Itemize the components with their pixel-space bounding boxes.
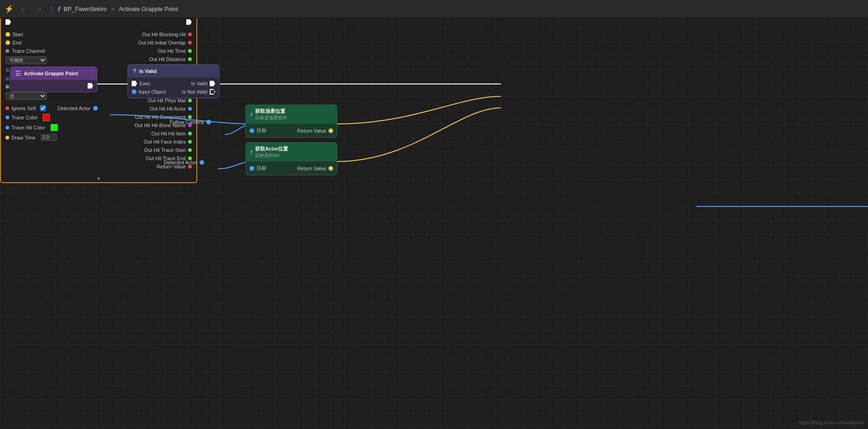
- isvalid-exec-in-pin[interactable]: [132, 81, 137, 86]
- getactor-icon: f: [250, 150, 252, 155]
- ignore-self-checkbox[interactable]: [40, 105, 46, 111]
- draw-time-pin: [6, 136, 9, 139]
- trace-channel-dropdown-row: 可视性: [1, 55, 99, 66]
- ignore-self-pin: [6, 106, 9, 110]
- forward-button[interactable]: →: [33, 5, 45, 14]
- out-phys-mat-pin[interactable]: [188, 99, 192, 102]
- trace-divider-1: [1, 102, 99, 103]
- getscene-target-pin[interactable]: [250, 128, 254, 133]
- activate-grapple-node: ☰ Activate Grapple Point: [10, 67, 97, 92]
- trace-exec-in-pin[interactable]: [6, 19, 11, 25]
- getscene-subtitle: 目标是场景组件: [255, 115, 287, 121]
- out-time-label: Out Hit Time: [158, 48, 186, 54]
- trace-end-label: End: [12, 40, 22, 45]
- getactor-return-label: Return Value: [297, 166, 326, 171]
- out-hit-item-pin[interactable]: [188, 132, 192, 135]
- breadcrumb-separator: >: [111, 6, 115, 12]
- isvalid-title: Is Valid: [139, 68, 157, 74]
- trace-channel-label: Trace Channel: [12, 48, 45, 54]
- activate-node-header: ☰ Activate Grapple Point: [11, 67, 97, 80]
- followcam-pin[interactable]: [206, 120, 211, 124]
- draw-debug-select[interactable]: 无: [6, 92, 47, 100]
- breadcrumb: BP_PawnSekiro > Activate Grapple Point: [64, 6, 178, 12]
- isvalid-exec-in: Exec: [132, 81, 150, 86]
- trace-exec-out-pin[interactable]: [186, 19, 192, 25]
- out-face-index-label: Out Hit Face Index: [144, 139, 186, 145]
- trace-start-pin[interactable]: [6, 32, 10, 37]
- isvalid-input-left: Input Object: [132, 89, 166, 95]
- trace-end-row: End: [1, 39, 99, 47]
- trace-hitcolor-swatch[interactable]: [50, 124, 58, 131]
- out-initial-pin[interactable]: [188, 41, 192, 45]
- getactor-header: f 获取Actor位置 目标是Actor: [246, 143, 337, 162]
- out-distance-pin[interactable]: [188, 57, 192, 61]
- trace-end-pin[interactable]: [6, 40, 10, 45]
- out-hit-actor-row: Out Hit Hit Actor: [99, 105, 196, 113]
- trace-hitcolor-row: Trace Hit Color: [1, 123, 99, 133]
- isvalid-notvalid-label: Is Not Valid: [182, 89, 207, 95]
- getactor-return-pin[interactable]: [328, 166, 333, 171]
- isvalid-exec-label: Exec: [139, 81, 150, 86]
- separator-1: |: [50, 5, 52, 13]
- activate-node-body: [11, 80, 97, 92]
- out-face-index-pin[interactable]: [188, 140, 192, 144]
- getscene-return-pin[interactable]: [328, 128, 333, 133]
- isvalid-notvalid-pin[interactable]: [210, 89, 215, 95]
- getscene-title: 获取场景位置: [255, 108, 287, 115]
- trace-hitcolor-pin: [6, 126, 9, 129]
- out-hit-component-pin[interactable]: [188, 115, 192, 119]
- out-blocking-label: Out Hit Blocking Hit: [142, 32, 186, 37]
- breadcrumb-root[interactable]: BP_PawnSekiro: [64, 6, 107, 12]
- is-valid-node: ? Is Valid Exec Is Valid Input Object: [128, 64, 219, 98]
- isvalid-isvalid-label: Is Valid: [191, 81, 207, 86]
- detected-bottom-pin[interactable]: [200, 160, 204, 165]
- isvalid-body: Exec Is Valid Input Object Is Not Valid: [128, 78, 219, 98]
- isvalid-isvalid-out: Is Valid: [191, 81, 215, 86]
- out-trace-start-row: Out Hit Trace Start: [99, 146, 196, 154]
- trace-scroll-arrow[interactable]: ▲: [1, 173, 196, 182]
- detected-top-pin[interactable]: [93, 106, 98, 111]
- getactor-target-pin[interactable]: [250, 166, 254, 171]
- getactor-pin-row: 目标 Return Value: [246, 163, 337, 173]
- detected-actor-top: Detected Actor: [57, 106, 98, 111]
- out-hit-actor-pin[interactable]: [188, 107, 192, 111]
- func-icon: f: [58, 6, 60, 13]
- out-time-row: Out Hit Time: [99, 47, 196, 55]
- out-blocking-pin[interactable]: [188, 33, 192, 36]
- out-return-pin[interactable]: [188, 165, 192, 168]
- toolbar-icon: ⚡: [5, 5, 14, 13]
- back-button[interactable]: ←: [17, 5, 29, 14]
- trace-channel-select[interactable]: 可视性: [6, 56, 47, 64]
- getscene-pin-row: 目标 Return Value: [246, 126, 337, 135]
- isvalid-isvalid-pin[interactable]: [210, 81, 215, 86]
- trace-body: Start End Trace Channel 可视性: [1, 28, 196, 173]
- actors-ignore-icon: ⊞: [6, 76, 9, 81]
- draw-debug-pin: [6, 85, 9, 89]
- trace-left-col: Start End Trace Channel 可视性: [1, 29, 99, 172]
- out-trace-start-pin[interactable]: [188, 148, 192, 152]
- out-initial-row: Out Hit Initial Overlap: [99, 39, 196, 47]
- getactor-subtitle: 目标是Actor: [255, 152, 289, 159]
- isvalid-input-row: Input Object Is Not Valid: [128, 88, 219, 96]
- trace-color-pin: [6, 116, 9, 119]
- detected-bottom-label: Detected Actor: [164, 160, 197, 165]
- get-actor-location-node: f 获取Actor位置 目标是Actor 目标 Return Value: [245, 142, 337, 175]
- out-time-pin[interactable]: [188, 49, 192, 53]
- isvalid-exec-row: Exec Is Valid: [128, 79, 219, 88]
- getscene-target-in: 目标: [250, 127, 267, 134]
- activate-exec-out-pin[interactable]: [88, 83, 93, 89]
- trace-color-row: Trace Color: [1, 112, 99, 123]
- out-hit-item-label: Out Hit Hit Item: [151, 131, 186, 136]
- draw-time-label: Draw Time: [11, 135, 36, 140]
- trace-start-label: Start: [12, 32, 23, 37]
- isvalid-input-pin[interactable]: [132, 89, 136, 94]
- trace-color-label: Trace Color: [11, 115, 38, 120]
- out-phys-mat-label: Out Hit Phys Mat: [148, 98, 186, 103]
- draw-time-input[interactable]: [41, 134, 57, 141]
- activate-header-icon: ☰: [15, 70, 21, 77]
- trace-color-swatch[interactable]: [43, 114, 50, 121]
- getactor-return-out: Return Value: [297, 166, 333, 171]
- getscene-header: f 获取场景位置 目标是场景组件: [246, 105, 337, 124]
- followcam-label: Follow Camera: [170, 119, 204, 125]
- out-hit-item-row: Out Hit Hit Item: [99, 129, 196, 138]
